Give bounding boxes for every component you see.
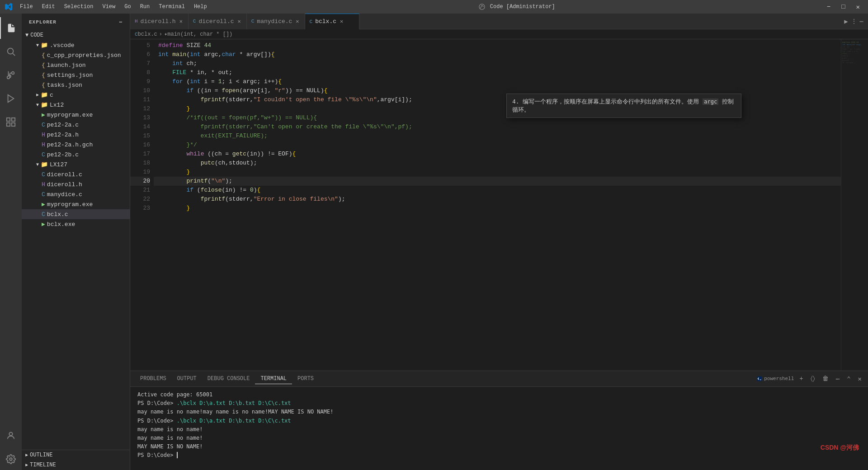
sidebar-item-pe12-2a-h[interactable]: H pe12-2a.h — [22, 130, 130, 140]
line-num-9: 9 — [130, 77, 150, 86]
sidebar-item-diceroll-h[interactable]: H diceroll.h — [22, 179, 130, 189]
menu-help[interactable]: Help — [190, 3, 211, 11]
terminal-line-6: may name is no name! — [137, 434, 861, 442]
sidebar-outline-header[interactable]: ► OUTLINE — [22, 450, 130, 460]
breadcrumb-file[interactable]: bclx.c — [138, 31, 157, 38]
line-num-10: 10 — [130, 86, 150, 95]
split-terminal-icon[interactable]: 〈〉 — [809, 374, 817, 383]
sidebar-item-settings[interactable]: { settings.json — [22, 70, 130, 80]
sidebar-item-label: manydice.c — [47, 191, 82, 198]
folder-icon: 📁 — [41, 91, 48, 99]
terminal-line-4: PS D:\Code> .\bclx D:\a.txt D:\b.txt D:\… — [137, 417, 861, 425]
activity-explorer[interactable] — [0, 17, 22, 39]
panel-maximize-icon[interactable]: ⌃ — [845, 374, 852, 384]
sidebar-section-code[interactable]: ▼ CODE — [22, 30, 130, 40]
sidebar-item-pe12-2a-c[interactable]: C pe12-2a.c — [22, 120, 130, 130]
panel-tab-ports[interactable]: PORTS — [292, 374, 319, 384]
sidebar-item-label: tasks.json — [47, 82, 82, 89]
tab-manydice-c[interactable]: C manydice.c ✕ — [247, 14, 305, 29]
sidebar-item-myprogram2-exe[interactable]: ▶ myprogram.exe — [22, 199, 130, 209]
editor-content: 5 6 7 8 9 10 11 12 13 14 15 16 17 18 19 … — [130, 39, 868, 371]
sidebar-item-tasks[interactable]: { tasks.json — [22, 80, 130, 90]
line-num-13: 13 — [130, 113, 150, 122]
activity-source-control[interactable] — [0, 64, 22, 86]
run-code-icon[interactable]: ▶ — [844, 18, 848, 25]
sidebar-item-diceroll-c[interactable]: C diceroll.c — [22, 169, 130, 179]
sidebar-item-cpp-props[interactable]: { c_cpp_propreties.json — [22, 50, 130, 60]
tab-close-icon[interactable]: ✕ — [295, 17, 300, 26]
section-label: CODE — [30, 32, 43, 38]
terminal-prompt: PS D:\Code> — [137, 451, 861, 460]
menu-go[interactable]: Go — [121, 3, 134, 11]
panel-tab-debug[interactable]: DEBUG CONSOLE — [202, 374, 255, 384]
activity-account[interactable] — [0, 425, 22, 446]
sidebar-item-manydice-c[interactable]: C manydice.c — [22, 189, 130, 199]
code-line-19: } — [154, 168, 841, 177]
code-line-22: fprintf(stderr,"Error in close files\n")… — [154, 195, 841, 204]
menu-selection[interactable]: Selection — [61, 3, 97, 11]
maximize-button[interactable]: □ — [838, 2, 849, 12]
menu-terminal[interactable]: Terminal — [155, 3, 189, 11]
json-icon: { — [42, 62, 45, 69]
menu-run[interactable]: Run — [137, 3, 154, 11]
close-button[interactable]: ✕ — [853, 2, 863, 12]
panel-more-icon[interactable]: ⋯ — [834, 374, 841, 384]
sidebar-item-myprogram-exe[interactable]: ▶ myprogram.exe — [22, 110, 130, 120]
sidebar-item-label: pe12-2b.c — [47, 151, 79, 158]
terminal-line-1: Active code page: 65001 — [137, 390, 861, 399]
split-editor-icon[interactable]: ⋮ — [851, 18, 857, 25]
sidebar-item-c-folder[interactable]: ► 📁 c — [22, 90, 130, 100]
code-line-17: while ((ch = getc(in)) != EOF){ — [154, 150, 841, 159]
terminal-line-2: PS D:\Code> .\bclx D:\a.txt D:\b.txt D:\… — [137, 399, 861, 408]
code-line-16: }*/ — [154, 141, 841, 150]
panel-tab-problems[interactable]: PROBLEMS — [135, 374, 172, 384]
sidebar-more-icon[interactable]: ⋯ — [119, 19, 123, 25]
sidebar-item-label: bclx.c — [47, 211, 68, 218]
line-num-12: 12 — [130, 104, 150, 113]
sidebar-item-bclx-exe[interactable]: ▶ bclx.exe — [22, 219, 130, 229]
code-line-9: for (int i = 1; i < argc; i++){ — [154, 77, 841, 86]
menu-file[interactable]: File — [16, 3, 37, 11]
more-actions-icon[interactable]: ⋯ — [860, 18, 863, 25]
activity-settings[interactable] — [0, 448, 22, 470]
terminal-content[interactable]: Active code page: 65001 PS D:\Code> .\bc… — [130, 387, 868, 470]
breadcrumb-file-icon: C — [135, 32, 138, 37]
sidebar-item-vscode[interactable]: ▼ 📁 .vscode — [22, 40, 130, 50]
panel-tab-terminal[interactable]: TERMINAL — [255, 374, 292, 384]
breadcrumb-function[interactable]: main(int, char * []) — [167, 31, 232, 38]
line-num-20: 20 — [130, 177, 150, 186]
activity-search[interactable] — [0, 41, 22, 62]
sidebar-item-launch[interactable]: { launch.json — [22, 60, 130, 70]
sidebar-item-label: pe12-2a.c — [47, 122, 79, 128]
sidebar-item-label: settings.json — [47, 72, 93, 79]
code-line-5: #define SIZE 44 — [154, 41, 841, 50]
menu-edit[interactable]: Edit — [38, 3, 59, 11]
tab-close-icon[interactable]: ✕ — [236, 17, 241, 26]
sidebar-item-pe12-2a-h-gch[interactable]: H pe12-2a.h.gch — [22, 140, 130, 150]
kill-terminal-icon[interactable]: 🗑 — [821, 374, 830, 383]
new-terminal-icon[interactable]: + — [797, 374, 805, 383]
sidebar-item-label: c — [50, 92, 53, 99]
svg-rect-6 — [7, 123, 10, 126]
sidebar-timeline-header[interactable]: ► TIMELINE — [22, 460, 130, 470]
titlebar-menu: File Edit Selection View Go Run Terminal… — [16, 3, 211, 11]
activity-run[interactable] — [0, 88, 22, 109]
line-num-22: 22 — [130, 195, 150, 204]
code-editor[interactable]: #define SIZE 44 int main(int argc,char *… — [154, 39, 841, 371]
tab-close-icon[interactable]: ✕ — [179, 17, 184, 26]
tab-bclx-c[interactable]: C bclx.c ✕ — [305, 14, 359, 29]
line-num-11: 11 — [130, 95, 150, 104]
sidebar-item-pe12-2b-c[interactable]: C pe12-2b.c — [22, 150, 130, 160]
c-file-icon: C — [42, 191, 45, 198]
sidebar-item-lx12[interactable]: ▼ 📁 Lx12 — [22, 100, 130, 110]
panel-tab-output[interactable]: OUTPUT — [172, 374, 202, 384]
activity-extensions[interactable] — [0, 111, 22, 133]
sidebar-item-lx127[interactable]: ▼ 📁 LX127 — [22, 160, 130, 169]
tab-diceroll-h[interactable]: H diceroll.h ✕ — [130, 14, 189, 29]
tab-diceroll-c[interactable]: C diceroll.c ✕ — [189, 14, 247, 29]
tab-close-icon[interactable]: ✕ — [339, 17, 344, 26]
sidebar-item-bclx-c[interactable]: C bclx.c — [22, 209, 130, 219]
minimize-button[interactable]: − — [823, 2, 834, 12]
menu-view[interactable]: View — [99, 3, 119, 11]
panel-close-icon[interactable]: ✕ — [856, 374, 863, 384]
